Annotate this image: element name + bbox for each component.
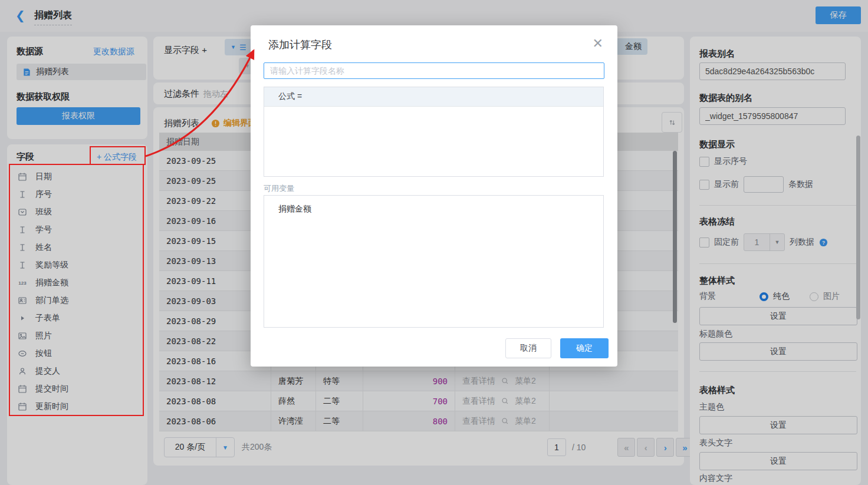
modal-title: 添加计算字段 [268,38,332,52]
variables-box: 捐赠金额 [264,195,604,328]
formula-editor[interactable]: 公式 = [264,87,604,177]
confirm-button[interactable]: 确定 [560,338,609,358]
cancel-button[interactable]: 取消 [505,338,551,358]
available-vars-label: 可用变量 [264,183,294,194]
formula-label: 公式 = [278,91,302,102]
variable-item[interactable]: 捐赠金额 [278,204,603,215]
add-calc-field-modal: 添加计算字段 ✕ 公式 = 可用变量 捐赠金额 取消 确定 [251,25,617,367]
close-icon[interactable]: ✕ [593,37,603,50]
app-root: ❮ 捐赠列表 保存 数据源 更改数据源 捐赠列表 数据获取权限 报表权限 字段 … [0,0,868,485]
calc-field-name-input[interactable] [264,62,604,79]
formula-header: 公式 = [264,87,603,107]
